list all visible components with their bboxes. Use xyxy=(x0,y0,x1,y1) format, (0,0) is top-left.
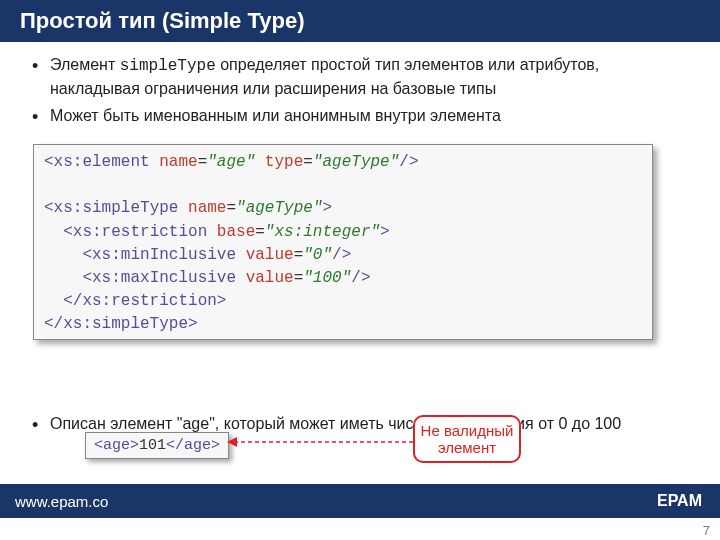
bullet-1-code: simpleType xyxy=(120,57,216,75)
page-number: 7 xyxy=(703,523,710,538)
age-close-tag: </age> xyxy=(166,437,220,454)
arrow-icon xyxy=(225,432,415,452)
bullet-2: Может быть именованным или анонимным вну… xyxy=(30,105,690,127)
slide-header: Простой тип (Simple Type) xyxy=(0,0,720,42)
code-box: <xs:element name="age" type="ageType"/> … xyxy=(33,144,653,340)
footer-brand: EPAM xyxy=(245,484,720,518)
bullet-1-pre: Элемент xyxy=(50,56,120,73)
invalid-callout: Не валидный элемент xyxy=(413,415,521,463)
footer-url: www.epam.co xyxy=(0,484,245,518)
bullet-2-text: Может быть именованным или анонимным вну… xyxy=(50,107,501,124)
footer: www.epam.co EPAM xyxy=(0,484,720,518)
bullet-1: Элемент simpleType определяет простой ти… xyxy=(30,54,690,99)
age-example-box: <age>101</age> xyxy=(85,432,229,459)
callout-text: Не валидный элемент xyxy=(415,422,519,457)
svg-marker-1 xyxy=(227,437,237,447)
slide-title: Простой тип (Simple Type) xyxy=(20,8,305,33)
age-open-tag: <age> xyxy=(94,437,139,454)
content-area: Элемент simpleType определяет простой ти… xyxy=(0,42,720,127)
bullet-list: Элемент simpleType определяет простой ти… xyxy=(30,54,690,127)
bullet-3-text: Описан элемент "age", который может имет… xyxy=(50,415,621,432)
age-value: 101 xyxy=(139,437,166,454)
